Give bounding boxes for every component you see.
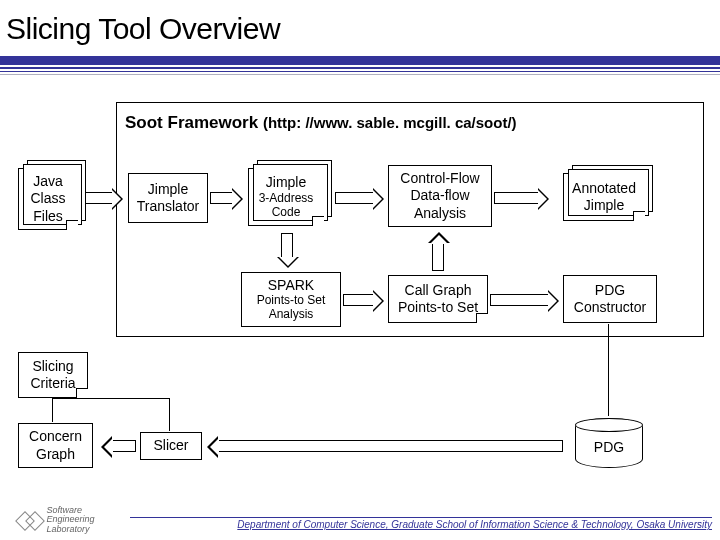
call-graph: Call Graph Points-to Set (388, 275, 488, 323)
arrow-jimple-to-spark (281, 233, 293, 257)
lab-logo: Software Engineering Laboratory (18, 506, 95, 534)
concern-graph: Concern Graph (18, 423, 93, 468)
lab-logo-icon (18, 508, 42, 532)
soot-label-text: Soot Framework (125, 113, 258, 132)
control-dataflow-analysis: Control-Flow Data-flow Analysis (388, 165, 492, 227)
slicer: Slicer (140, 432, 202, 460)
arrow-spark-to-callgraph (343, 294, 373, 306)
spark: SPARK Points-to Set Analysis (241, 272, 341, 327)
connector-criteria-to-slicer-v (169, 398, 170, 431)
arrow-jimple-to-cfda (335, 192, 373, 204)
java-class-files: Java Class Files (18, 168, 78, 230)
soot-framework-label: Soot Framework (http: //www. sable. mcgi… (125, 113, 517, 133)
jimple-translator: Jimple Translator (128, 173, 208, 223)
arrow-pdg-to-slicer (218, 440, 563, 452)
soot-url: (http: //www. sable. mcgill. ca/soot/) (263, 114, 517, 131)
annotated-jimple: Annotated Jimple (563, 173, 645, 221)
connector-criteria-to-slicer-h (52, 398, 170, 399)
connector-criteria-line (52, 398, 53, 422)
title-underline (0, 56, 720, 75)
pdg-constructor: PDG Constructor (563, 275, 657, 323)
arrow-slicer-to-concern (112, 440, 136, 452)
arrow-cfda-to-annotated (494, 192, 538, 204)
slide-title: Slicing Tool Overview (0, 0, 720, 50)
arrow-java-to-translator (82, 192, 112, 204)
pdg-storage: PDG (575, 418, 643, 468)
arrow-callgraph-to-cfda (432, 243, 444, 271)
jimple-3addr: Jimple 3-Address Code (248, 168, 324, 226)
connector-pdgc-to-pdg (608, 324, 609, 416)
arrow-callgraph-to-pdgc (490, 294, 548, 306)
footer-affiliation: Department of Computer Science, Graduate… (130, 517, 712, 530)
slicing-criteria: Slicing Criteria (18, 352, 88, 398)
arrow-translator-to-jimple (210, 192, 232, 204)
